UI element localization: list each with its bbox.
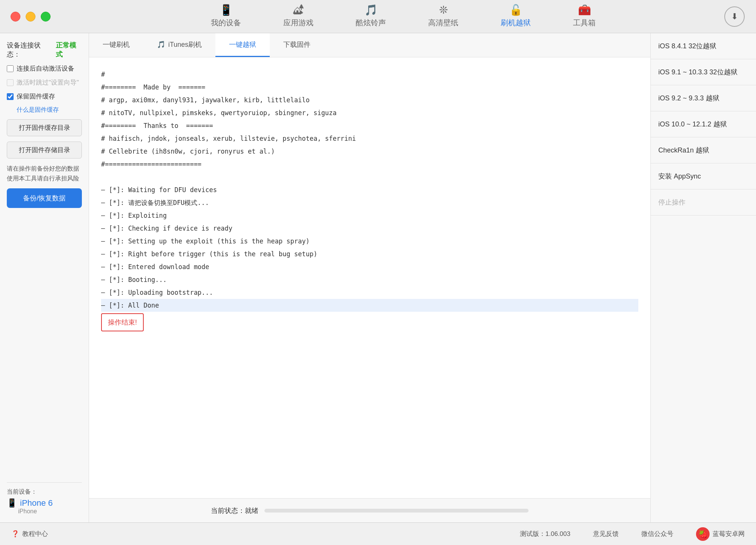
wallpapers-label: 高清壁纸 <box>428 18 458 28</box>
progress-bar <box>264 509 529 513</box>
devices-icon: 📱 <box>220 5 233 15</box>
log-line <box>101 171 638 183</box>
itunes-icon: 🎵 <box>157 40 165 49</box>
log-line: # haifisch, jndok, jonseals, xerub, lils… <box>101 132 638 145</box>
sub-tab-download-firmware[interactable]: 下载固件 <box>270 33 324 57</box>
keep-firmware-label: 保留固件缓存 <box>17 92 55 101</box>
devices-label: 我的设备 <box>211 18 241 28</box>
feedback-label[interactable]: 意见反馈 <box>593 530 619 538</box>
sidebar: 设备连接状态： 正常模式 连接后自动激活设备 激活时跳过"设置向导" 保留固件缓… <box>0 33 89 522</box>
log-area[interactable]: ##======== Made by =======# argp, axi0mx… <box>89 57 650 498</box>
log-line: – [*]: Uploading bootstrap... <box>101 286 638 299</box>
right-item-checkra1n[interactable]: CheckRa1n 越狱 <box>651 137 756 163</box>
auto-activate-checkbox[interactable]: 连接后自动激活设备 <box>7 64 82 73</box>
auto-activate-label: 连接后自动激活设备 <box>17 64 74 73</box>
nav-tab-ringtones[interactable]: 🎵酷炫铃声 <box>350 2 392 31</box>
auto-activate-input[interactable] <box>7 65 14 72</box>
right-item-appsync[interactable]: 安装 AppSync <box>651 163 756 189</box>
right-item-ios100-1212[interactable]: iOS 10.0 ~ 12.1.2 越狱 <box>651 111 756 137</box>
nav-tab-devices[interactable]: 📱我的设备 <box>205 2 247 31</box>
phone-icon: 📱 <box>7 498 17 508</box>
log-line: # <box>101 68 638 81</box>
log-line: – [*]: Right before trigger (this is the… <box>101 248 638 260</box>
sub-tab-label-download-firmware: 下载固件 <box>283 40 310 49</box>
open-cache-dir-button[interactable]: 打开固件缓存目录 <box>7 119 82 136</box>
maximize-button[interactable] <box>41 12 51 22</box>
right-item-ios91-1033-32[interactable]: iOS 9.1 ~ 10.3.3 32位越狱 <box>651 59 756 85</box>
main-content: 设备连接状态： 正常模式 连接后自动激活设备 激活时跳过"设置向导" 保留固件缓… <box>0 33 756 522</box>
skip-setup-label: 激活时跳过"设置向导" <box>17 78 79 87</box>
log-line: – [*]: Entered download mode <box>101 260 638 273</box>
sub-tab-one-click-flash[interactable]: 一键刷机 <box>89 33 143 57</box>
log-line: – [*]: Waiting for DFU devices <box>101 183 638 196</box>
firmware-cache-link[interactable]: 什么是固件缓存 <box>17 106 82 114</box>
log-line: – [*]: Setting up the exploit (this is t… <box>101 235 638 248</box>
nav-tab-wallpapers[interactable]: ❊高清壁纸 <box>422 2 464 31</box>
main-nav: 📱我的设备🏕应用游戏🎵酷炫铃声❊高清壁纸🔓刷机越狱🧰工具箱 <box>51 2 756 31</box>
footer: ❓ 教程中心 测试版：1.06.003 意见反馈 微信公众号 🍓 蓝莓安卓网 <box>0 522 756 545</box>
help-center-button[interactable]: ❓ 教程中心 <box>11 530 48 538</box>
log-line: – [*]: Exploiting <box>101 209 638 222</box>
download-button[interactable]: ⬇ <box>724 6 745 27</box>
device-name: 📱 iPhone 6 <box>7 498 82 508</box>
backup-restore-button[interactable]: 备份/恢复数据 <box>7 188 82 208</box>
log-status-bar: 当前状态：就绪 <box>89 498 650 522</box>
right-item-stop: 停止操作 <box>651 189 756 216</box>
log-line: #======== Made by ======= <box>101 81 638 94</box>
jailbreak-label: 刷机越狱 <box>501 18 531 28</box>
help-center-label: 教程中心 <box>22 530 48 538</box>
brand-name: 蓝莓安卓网 <box>713 530 745 538</box>
right-item-ios92-933[interactable]: iOS 9.2 ~ 9.3.3 越狱 <box>651 85 756 111</box>
connection-status-value: 正常模式 <box>56 41 82 59</box>
device-type: iPhone <box>18 508 82 515</box>
device-section-label: 当前设备： <box>7 488 82 496</box>
device-section: 当前设备： 📱 iPhone 6 iPhone <box>7 482 82 515</box>
log-line: # nitoTV, nullpixel, pimskeks, qwertyoru… <box>101 106 638 119</box>
sub-tab-one-click-jailbreak[interactable]: 一键越狱 <box>215 33 270 57</box>
toolbox-icon: 🧰 <box>578 5 591 15</box>
apps-label: 应用游戏 <box>283 18 313 28</box>
toolbox-label: 工具箱 <box>573 18 596 28</box>
connection-status-label: 设备连接状态： <box>7 41 53 59</box>
open-storage-dir-button[interactable]: 打开固件存储目录 <box>7 142 82 159</box>
skip-setup-input <box>7 79 14 86</box>
sub-tab-label-itunes-flash: iTunes刷机 <box>168 40 202 49</box>
brand-logo: 🍓 蓝莓安卓网 <box>696 527 745 541</box>
question-icon: ❓ <box>11 530 19 538</box>
log-line: – [*]: 请把设备切换至DFU模式... <box>101 196 638 209</box>
sub-tabs: 一键刷机🎵iTunes刷机一键越狱下载固件 <box>89 33 650 57</box>
jailbreak-icon: 🔓 <box>509 5 522 15</box>
sub-tab-label-one-click-jailbreak: 一键越狱 <box>229 40 256 49</box>
warning-text: 请在操作前备份好您的数据 使用本工具请自行承担风险 <box>7 164 82 183</box>
traffic-lights <box>0 12 51 22</box>
ringtones-label: 酷炫铃声 <box>356 18 386 28</box>
device-name-text: iPhone 6 <box>20 498 53 508</box>
center-panel: 一键刷机🎵iTunes刷机一键越狱下载固件 ##======== Made by… <box>89 33 650 522</box>
version-label: 测试版：1.06.003 <box>520 530 570 538</box>
log-line: – [*]: Checking if device is ready <box>101 222 638 235</box>
keep-firmware-input[interactable] <box>7 93 14 100</box>
log-line: #========================= <box>101 158 638 171</box>
log-line: #======== Thanks to ======= <box>101 119 638 132</box>
status-text: 当前状态：就绪 <box>211 506 258 515</box>
right-panel: iOS 8.4.1 32位越狱iOS 9.1 ~ 10.3.3 32位越狱iOS… <box>650 33 756 522</box>
ringtones-icon: 🎵 <box>364 5 378 15</box>
close-button[interactable] <box>11 12 20 22</box>
operation-end-label: 操作结束! <box>101 313 144 331</box>
nav-tab-toolbox[interactable]: 🧰工具箱 <box>567 2 602 31</box>
connection-status-row: 设备连接状态： 正常模式 <box>7 41 82 59</box>
titlebar: 📱我的设备🏕应用游戏🎵酷炫铃声❊高清壁纸🔓刷机越狱🧰工具箱 ⬇ <box>0 0 756 33</box>
log-line: # Cellebrite (ih8sn0w, cjori, ronyrus et… <box>101 145 638 158</box>
log-line: – [*]: Booting... <box>101 273 638 286</box>
wallpapers-icon: ❊ <box>439 5 448 15</box>
sub-tab-itunes-flash[interactable]: 🎵iTunes刷机 <box>143 33 215 57</box>
skip-setup-checkbox[interactable]: 激活时跳过"设置向导" <box>7 78 82 87</box>
nav-tab-jailbreak[interactable]: 🔓刷机越狱 <box>495 2 537 31</box>
nav-tab-apps[interactable]: 🏕应用游戏 <box>277 2 320 31</box>
right-item-ios841-32[interactable]: iOS 8.4.1 32位越狱 <box>651 33 756 59</box>
minimize-button[interactable] <box>26 12 35 22</box>
keep-firmware-checkbox[interactable]: 保留固件缓存 <box>7 92 82 101</box>
wechat-label: 微信公众号 <box>641 530 673 538</box>
log-line: # argp, axi0mx, danyl931, jaywalker, kir… <box>101 94 638 106</box>
log-line: – [*]: All Done <box>101 299 638 312</box>
